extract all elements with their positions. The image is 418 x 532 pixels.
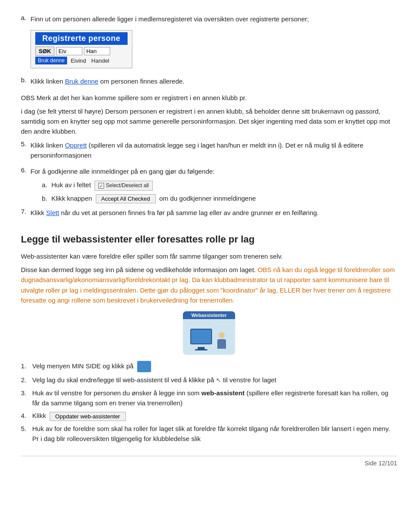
list-content-6: For å godkjenne alle innmeldinger på en … bbox=[30, 166, 397, 206]
huk-av-text: Huk av i feltet bbox=[51, 181, 91, 189]
sub-label-6a: a. bbox=[42, 180, 51, 190]
list2-num-1: 1. bbox=[21, 361, 32, 372]
bruk-row: Bruk denne Eivind Handel bbox=[35, 57, 128, 64]
list2-item-1: 1. Velg menyen MIN SIDE og klikk på bbox=[21, 361, 397, 372]
list2-item-2: 2. Velg lag du skal endre/legge til web-… bbox=[21, 375, 397, 385]
list2-item-4: 4. Klikk Oppdater web-assistenter bbox=[21, 411, 397, 421]
item5-text: Klikk linken Opprett (spilleren vil da a… bbox=[30, 140, 397, 161]
sub-content-6b: Klikk knappen Accept All Checked om du g… bbox=[51, 193, 256, 204]
monitor-shape bbox=[190, 329, 212, 344]
list2-content-1: Velg menyen MIN SIDE og klikk på bbox=[32, 361, 151, 372]
select-deselect-label: Select/Deselect all bbox=[106, 182, 149, 190]
list2-4-klikk: Klikk bbox=[32, 412, 48, 419]
para-b-text: Klikk linken Bruk denne om personen finn… bbox=[30, 76, 397, 86]
list-content-b: Klikk linken Bruk denne om personen finn… bbox=[30, 76, 397, 90]
list-item-6: 6. For å godkjenne alle innmeldinger på … bbox=[21, 166, 397, 206]
list-label-a: a. bbox=[21, 14, 30, 73]
list-item-b: b. Klikk linken Bruk denne om personen f… bbox=[21, 76, 397, 90]
klikk-linken-prefix: Klikk linken bbox=[30, 77, 65, 85]
accept-all-checked-button[interactable]: Accept All Checked bbox=[96, 194, 156, 203]
list2-content-5: Huk av for de foreldre som skal ha rolle… bbox=[32, 424, 397, 444]
firstname-input[interactable] bbox=[56, 47, 82, 55]
sub-item-6b: b. Klikk knappen Accept All Checked om d… bbox=[42, 193, 397, 204]
person-figure bbox=[216, 332, 228, 349]
item7-klikk: Klikk bbox=[30, 209, 46, 216]
list-num-5: 5. bbox=[21, 140, 30, 164]
page-footer: Side 12/101 bbox=[21, 456, 397, 467]
section-a-text: Finn ut om personen allerede ligger i me… bbox=[30, 14, 397, 24]
para1: Web-assistenter kan være foreldre eller … bbox=[21, 251, 397, 261]
result-firstname: Eivind bbox=[71, 57, 86, 64]
lastname-input[interactable] bbox=[84, 47, 110, 55]
result-lastname: Handel bbox=[91, 57, 109, 64]
list-label-b: b. bbox=[21, 76, 30, 90]
klikk-knappen-text: Klikk knappen bbox=[51, 195, 92, 202]
screenshot-title: Registrerte persone bbox=[35, 32, 128, 45]
sub-label-6b: b. bbox=[42, 193, 51, 204]
para2-prefix: Disse kan dermed logge seg inn på sidene… bbox=[21, 266, 256, 273]
item7-text: Klikk Slett når du vet at personen finne… bbox=[30, 208, 397, 218]
section-heading: Legge til webassistenter eller foresatte… bbox=[21, 233, 397, 246]
sok-button[interactable]: SØK bbox=[35, 47, 54, 56]
bruk-denne-button[interactable]: Bruk denne bbox=[35, 57, 67, 64]
list2-num-4: 4. bbox=[21, 411, 32, 421]
sok-row: SØK bbox=[35, 47, 128, 56]
klikk-linken-5: Klikk linken bbox=[30, 141, 65, 149]
list2-item-3: 3. Huk av til venstre for personen du øn… bbox=[21, 388, 397, 408]
webassistent-title: Webassistenter bbox=[183, 311, 235, 319]
list2-content-2: Velg lag du skal endre/legge til web-ass… bbox=[32, 375, 276, 385]
list-item-7: 7. Klikk Slett når du vet at personen fi… bbox=[21, 208, 397, 221]
list2-3-bold: web-assistent bbox=[202, 389, 245, 397]
sub-content-6a: Huk av i feltet Select/Deselect all bbox=[51, 180, 155, 190]
list-content-7: Klikk Slett når du vet at personen finne… bbox=[30, 208, 397, 221]
para2: Disse kan dermed logge seg inn på sidene… bbox=[21, 265, 397, 305]
para-obs: OBS Merk at det her kan komme spillere s… bbox=[21, 93, 397, 103]
numbered-list-2: 1. Velg menyen MIN SIDE og klikk på 2. V… bbox=[21, 361, 397, 444]
list-content-a: Finn ut om personen allerede ligger i me… bbox=[30, 14, 397, 73]
arrow-icon: ↖ bbox=[216, 377, 221, 384]
webassistent-inline-icon bbox=[137, 361, 151, 372]
list2-3-text-before: Huk av til venstre for personen du ønske… bbox=[32, 389, 202, 397]
oppdater-web-assistenter-button[interactable]: Oppdater web-assistenter bbox=[50, 412, 126, 421]
item6-text: For å godkjenne alle innmeldinger på en … bbox=[30, 166, 397, 176]
list2-2-text: Velg lag du skal endre/legge til web-ass… bbox=[32, 376, 216, 384]
list2-2-text-after: til venstre for laget bbox=[223, 376, 276, 384]
slett-link[interactable]: Slett bbox=[46, 209, 59, 216]
list2-item-5: 5. Huk av for de foreldre som skal ha ro… bbox=[21, 424, 397, 444]
list2-1-text: Velg menyen MIN SIDE og klikk på bbox=[32, 362, 134, 370]
list2-num-2: 2. bbox=[21, 375, 32, 385]
list2-content-4: Klikk Oppdater web-assistenter bbox=[32, 411, 128, 421]
sub-item-6a: a. Huk av i feltet Select/Deselect all bbox=[42, 180, 397, 190]
list-item-5: 5. Klikk linken Opprett (spilleren vil d… bbox=[21, 140, 397, 164]
webassistent-image: Webassistenter bbox=[183, 311, 235, 355]
list2-num-5: 5. bbox=[21, 424, 32, 444]
list-num-6: 6. bbox=[21, 166, 30, 206]
para-idag: i dag (se felt ytterst til høyre) Dersom… bbox=[21, 106, 397, 137]
para-b-suffix: om personen finnes allerede. bbox=[100, 77, 184, 85]
list2-content-3: Huk av til venstre for personen du ønske… bbox=[32, 388, 397, 408]
om-du-text: om du godkjenner innmeldingene bbox=[159, 195, 256, 202]
page-number: Side 12/101 bbox=[364, 460, 397, 467]
section-a: a. Finn ut om personen allerede ligger i… bbox=[21, 14, 397, 73]
list2-5-text: Huk av for de foreldre som skal ha rolle… bbox=[32, 425, 390, 442]
checkbox-icon bbox=[98, 183, 104, 189]
list-item-a: a. Finn ut om personen allerede ligger i… bbox=[21, 14, 397, 73]
screenshot-box: Registrerte persone SØK Bruk denne Eivin… bbox=[30, 30, 132, 68]
bruk-denne-link[interactable]: Bruk denne bbox=[65, 77, 98, 85]
person-body bbox=[217, 339, 226, 349]
list-num-7: 7. bbox=[21, 208, 30, 221]
list2-num-3: 3. bbox=[21, 388, 32, 408]
opprett-link[interactable]: Opprett bbox=[65, 141, 87, 149]
webassistent-body bbox=[183, 319, 235, 352]
select-deselect-btn[interactable]: Select/Deselect all bbox=[94, 181, 153, 191]
item7-text-after: når du vet at personen finnes fra før på… bbox=[61, 209, 319, 216]
monitor-base bbox=[195, 349, 207, 350]
sub-list-6: a. Huk av i feltet Select/Deselect all b… bbox=[42, 180, 397, 203]
list-content-5: Klikk linken Opprett (spilleren vil da a… bbox=[30, 140, 397, 164]
person-head bbox=[219, 332, 225, 338]
